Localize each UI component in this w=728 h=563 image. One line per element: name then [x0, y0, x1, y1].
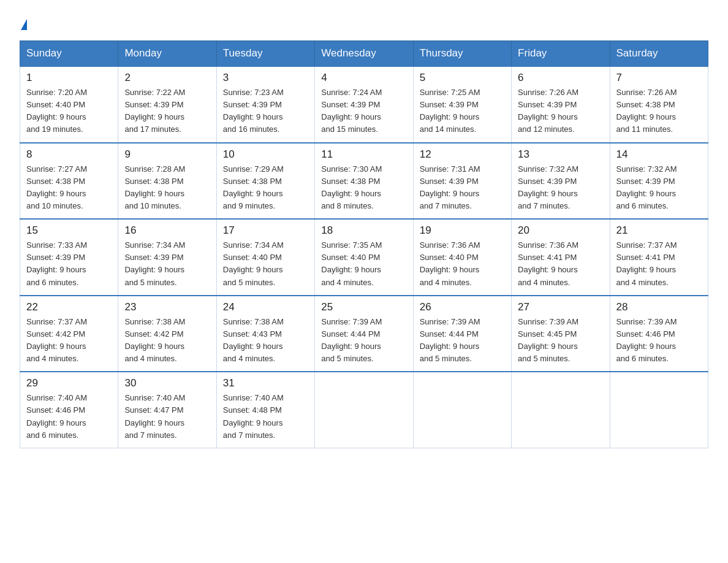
day-number: 11	[321, 148, 406, 161]
logo	[20, 15, 27, 31]
day-number: 29	[26, 377, 112, 389]
day-info: Sunrise: 7:37 AMSunset: 4:41 PMDaylight:…	[616, 239, 702, 289]
day-number: 26	[420, 301, 505, 313]
day-info: Sunrise: 7:40 AMSunset: 4:48 PMDaylight:…	[223, 392, 308, 442]
day-info: Sunrise: 7:36 AMSunset: 4:40 PMDaylight:…	[420, 239, 505, 289]
calendar-cell	[413, 372, 511, 448]
calendar-cell: 9Sunrise: 7:28 AMSunset: 4:38 PMDaylight…	[118, 143, 216, 220]
day-number: 8	[26, 148, 112, 161]
day-info: Sunrise: 7:35 AMSunset: 4:40 PMDaylight:…	[321, 239, 406, 289]
calendar-cell: 11Sunrise: 7:30 AMSunset: 4:38 PMDayligh…	[315, 143, 413, 220]
weekday-header-monday: Monday	[118, 41, 216, 67]
day-info: Sunrise: 7:20 AMSunset: 4:40 PMDaylight:…	[26, 86, 112, 136]
day-number: 21	[616, 224, 702, 237]
day-info: Sunrise: 7:32 AMSunset: 4:39 PMDaylight:…	[518, 163, 603, 213]
calendar-cell: 10Sunrise: 7:29 AMSunset: 4:38 PMDayligh…	[216, 143, 314, 220]
day-info: Sunrise: 7:34 AMSunset: 4:40 PMDaylight:…	[223, 239, 308, 289]
day-info: Sunrise: 7:33 AMSunset: 4:39 PMDaylight:…	[26, 239, 112, 289]
day-number: 18	[321, 224, 406, 237]
day-info: Sunrise: 7:39 AMSunset: 4:46 PMDaylight:…	[616, 316, 702, 366]
calendar-cell: 28Sunrise: 7:39 AMSunset: 4:46 PMDayligh…	[610, 296, 708, 372]
weekday-header-wednesday: Wednesday	[315, 41, 413, 67]
calendar-cell: 21Sunrise: 7:37 AMSunset: 4:41 PMDayligh…	[610, 219, 708, 296]
week-row-5: 29Sunrise: 7:40 AMSunset: 4:46 PMDayligh…	[20, 372, 708, 448]
day-number: 6	[518, 72, 603, 84]
calendar-cell: 30Sunrise: 7:40 AMSunset: 4:47 PMDayligh…	[118, 372, 216, 448]
day-info: Sunrise: 7:24 AMSunset: 4:39 PMDaylight:…	[321, 86, 406, 136]
calendar-cell: 7Sunrise: 7:26 AMSunset: 4:38 PMDaylight…	[610, 66, 708, 143]
calendar-cell: 27Sunrise: 7:39 AMSunset: 4:45 PMDayligh…	[512, 296, 610, 372]
logo-triangle-icon	[21, 19, 27, 30]
day-number: 24	[223, 301, 308, 313]
week-row-3: 15Sunrise: 7:33 AMSunset: 4:39 PMDayligh…	[20, 219, 708, 296]
calendar-cell: 29Sunrise: 7:40 AMSunset: 4:46 PMDayligh…	[20, 372, 118, 448]
day-info: Sunrise: 7:27 AMSunset: 4:38 PMDaylight:…	[26, 163, 112, 213]
calendar-cell: 22Sunrise: 7:37 AMSunset: 4:42 PMDayligh…	[20, 296, 118, 372]
page-header	[20, 15, 708, 31]
day-info: Sunrise: 7:39 AMSunset: 4:45 PMDaylight:…	[518, 316, 603, 366]
day-info: Sunrise: 7:39 AMSunset: 4:44 PMDaylight:…	[321, 316, 406, 366]
calendar-cell: 31Sunrise: 7:40 AMSunset: 4:48 PMDayligh…	[216, 372, 314, 448]
calendar-cell	[512, 372, 610, 448]
day-number: 20	[518, 224, 603, 237]
day-number: 14	[616, 148, 702, 161]
day-number: 10	[223, 148, 308, 161]
day-info: Sunrise: 7:34 AMSunset: 4:39 PMDaylight:…	[124, 239, 210, 289]
day-info: Sunrise: 7:40 AMSunset: 4:46 PMDaylight:…	[26, 392, 112, 442]
day-number: 17	[223, 224, 308, 237]
day-number: 16	[124, 224, 210, 237]
day-info: Sunrise: 7:32 AMSunset: 4:39 PMDaylight:…	[616, 163, 702, 213]
day-number: 3	[223, 72, 308, 84]
day-info: Sunrise: 7:25 AMSunset: 4:39 PMDaylight:…	[420, 86, 505, 136]
calendar-cell: 19Sunrise: 7:36 AMSunset: 4:40 PMDayligh…	[413, 219, 511, 296]
calendar-table: SundayMondayTuesdayWednesdayThursdayFrid…	[20, 40, 708, 448]
calendar-cell: 4Sunrise: 7:24 AMSunset: 4:39 PMDaylight…	[315, 66, 413, 143]
day-number: 31	[223, 377, 308, 389]
calendar-cell: 5Sunrise: 7:25 AMSunset: 4:39 PMDaylight…	[413, 66, 511, 143]
week-row-1: 1Sunrise: 7:20 AMSunset: 4:40 PMDaylight…	[20, 66, 708, 143]
day-info: Sunrise: 7:26 AMSunset: 4:38 PMDaylight:…	[616, 86, 702, 136]
day-number: 25	[321, 301, 406, 313]
calendar-cell: 23Sunrise: 7:38 AMSunset: 4:42 PMDayligh…	[118, 296, 216, 372]
day-number: 5	[420, 72, 505, 84]
day-number: 2	[124, 72, 210, 84]
day-number: 9	[124, 148, 210, 161]
weekday-header-sunday: Sunday	[20, 41, 118, 67]
calendar-cell: 13Sunrise: 7:32 AMSunset: 4:39 PMDayligh…	[512, 143, 610, 220]
day-number: 1	[26, 72, 112, 84]
day-info: Sunrise: 7:22 AMSunset: 4:39 PMDaylight:…	[124, 86, 210, 136]
calendar-cell: 12Sunrise: 7:31 AMSunset: 4:39 PMDayligh…	[413, 143, 511, 220]
calendar-cell: 8Sunrise: 7:27 AMSunset: 4:38 PMDaylight…	[20, 143, 118, 220]
calendar-cell: 1Sunrise: 7:20 AMSunset: 4:40 PMDaylight…	[20, 66, 118, 143]
day-info: Sunrise: 7:38 AMSunset: 4:43 PMDaylight:…	[223, 316, 308, 366]
day-number: 28	[616, 301, 702, 313]
day-number: 12	[420, 148, 505, 161]
calendar-cell: 17Sunrise: 7:34 AMSunset: 4:40 PMDayligh…	[216, 219, 314, 296]
calendar-cell: 6Sunrise: 7:26 AMSunset: 4:39 PMDaylight…	[512, 66, 610, 143]
calendar-cell: 14Sunrise: 7:32 AMSunset: 4:39 PMDayligh…	[610, 143, 708, 220]
calendar-cell: 15Sunrise: 7:33 AMSunset: 4:39 PMDayligh…	[20, 219, 118, 296]
day-number: 13	[518, 148, 603, 161]
calendar-cell: 16Sunrise: 7:34 AMSunset: 4:39 PMDayligh…	[118, 219, 216, 296]
calendar-cell: 18Sunrise: 7:35 AMSunset: 4:40 PMDayligh…	[315, 219, 413, 296]
day-info: Sunrise: 7:28 AMSunset: 4:38 PMDaylight:…	[124, 163, 210, 213]
calendar-cell	[315, 372, 413, 448]
calendar-cell: 24Sunrise: 7:38 AMSunset: 4:43 PMDayligh…	[216, 296, 314, 372]
weekday-header-tuesday: Tuesday	[216, 41, 314, 67]
weekday-header-friday: Friday	[512, 41, 610, 67]
weekday-header-saturday: Saturday	[610, 41, 708, 67]
day-info: Sunrise: 7:39 AMSunset: 4:44 PMDaylight:…	[420, 316, 505, 366]
day-number: 30	[124, 377, 210, 389]
weekday-header-row: SundayMondayTuesdayWednesdayThursdayFrid…	[20, 41, 708, 67]
calendar-cell	[610, 372, 708, 448]
day-info: Sunrise: 7:29 AMSunset: 4:38 PMDaylight:…	[223, 163, 308, 213]
day-info: Sunrise: 7:36 AMSunset: 4:41 PMDaylight:…	[518, 239, 603, 289]
day-info: Sunrise: 7:30 AMSunset: 4:38 PMDaylight:…	[321, 163, 406, 213]
day-number: 23	[124, 301, 210, 313]
logo-line1	[20, 15, 27, 31]
week-row-4: 22Sunrise: 7:37 AMSunset: 4:42 PMDayligh…	[20, 296, 708, 372]
calendar-cell: 2Sunrise: 7:22 AMSunset: 4:39 PMDaylight…	[118, 66, 216, 143]
week-row-2: 8Sunrise: 7:27 AMSunset: 4:38 PMDaylight…	[20, 143, 708, 220]
day-info: Sunrise: 7:23 AMSunset: 4:39 PMDaylight:…	[223, 86, 308, 136]
day-info: Sunrise: 7:38 AMSunset: 4:42 PMDaylight:…	[124, 316, 210, 366]
